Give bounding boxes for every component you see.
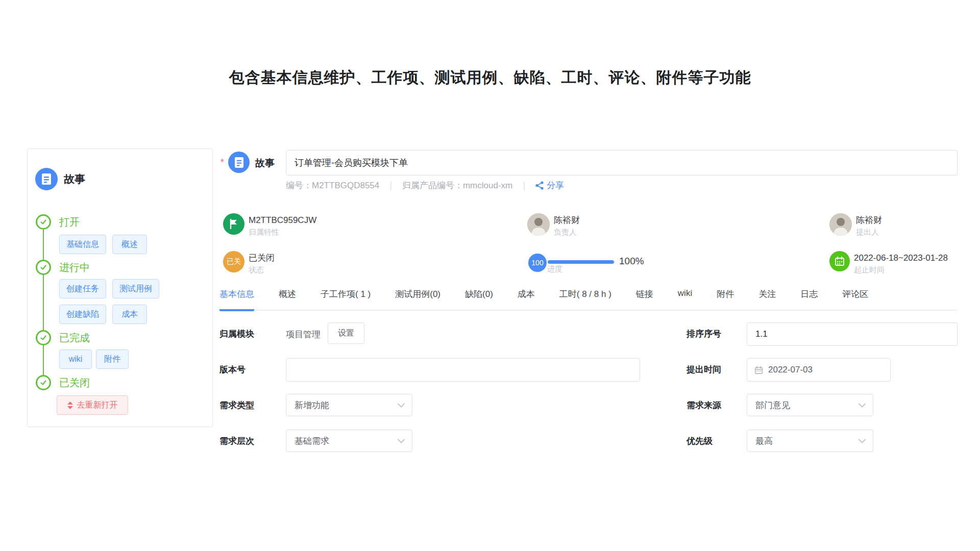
dates-value: 2022-06-18~2023-01-28: [854, 252, 948, 264]
status-cell: 已关 已关闭 状态: [223, 251, 275, 276]
req-source-select[interactable]: 部门意见: [747, 394, 873, 416]
reopen-button[interactable]: 去重新打开: [57, 395, 128, 415]
chevron-down-icon: [859, 403, 866, 408]
req-level-select[interactable]: 基础需求: [286, 430, 412, 452]
version-input[interactable]: [286, 358, 640, 382]
attachment-chip[interactable]: 附件: [96, 349, 129, 369]
check-circle-icon: [36, 330, 51, 345]
create-defect-chip[interactable]: 创建缺陷: [59, 305, 106, 324]
story-title-input[interactable]: [286, 150, 958, 176]
tab-logs[interactable]: 日志: [800, 288, 818, 311]
req-type-value: 新增功能: [295, 399, 329, 411]
meta-separator: ｜: [520, 180, 528, 191]
proposer-cell: 陈裕财 提出人: [829, 213, 882, 238]
product-code: 归属产品编号：mmcloud-xm: [402, 180, 512, 191]
story-code: 编号：M2TTBGQD8554: [286, 180, 379, 191]
tab-comments[interactable]: 评论区: [842, 288, 868, 311]
propose-time-label: 提出时间: [687, 364, 721, 375]
feature-cell: M2TTBC959CJW 归属特性: [223, 213, 316, 238]
page-title: 包含基本信息维护、工作项、测试用例、缺陷、工时、评论、附件等子功能: [0, 67, 980, 88]
sort-label: 排序序号: [687, 328, 721, 340]
version-label: 版本号: [219, 364, 246, 375]
progress-label: 进度: [547, 264, 562, 274]
module-settings-button[interactable]: 设置: [328, 322, 364, 344]
check-circle-icon: [36, 375, 51, 390]
cost-chip[interactable]: 成本: [112, 305, 147, 324]
reopen-button-label: 去重新打开: [77, 400, 118, 411]
tab-test-cases[interactable]: 测试用例(0): [395, 288, 440, 311]
feature-code: M2TTBC959CJW: [249, 214, 316, 227]
workflow-card-header: 故事: [35, 168, 85, 190]
tab-hours[interactable]: 工时( 8 / 8 h ): [559, 288, 611, 311]
feature-label: 归属特性: [249, 227, 316, 238]
module-label: 归属模块: [219, 328, 254, 340]
story-detail-page: 包含基本信息维护、工作项、测试用例、缺陷、工时、评论、附件等子功能 故事 打开 …: [0, 0, 980, 551]
req-level-label: 需求层次: [219, 435, 254, 447]
workflow-type-label: 故事: [64, 172, 85, 186]
sort-input[interactable]: [747, 322, 958, 346]
owner-avatar: [527, 213, 550, 236]
proposer-avatar: [829, 213, 852, 236]
req-type-select[interactable]: 新增功能: [286, 394, 412, 416]
test-case-chip[interactable]: 测试用例: [112, 279, 159, 298]
step-inprogress-label: 进行中: [59, 261, 90, 274]
dates-label: 起止时间: [854, 264, 948, 276]
story-meta-row: 编号：M2TTBGQD8554 ｜ 归属产品编号：mmcloud-xm ｜ 分享: [286, 180, 564, 191]
req-source-value: 部门意见: [755, 399, 790, 411]
overview-chip[interactable]: 概述: [112, 235, 147, 254]
progress-cell: 100 100%: [528, 254, 644, 272]
progress-percent: 100%: [619, 256, 644, 267]
chevron-down-icon: [398, 439, 405, 443]
check-circle-icon: [36, 260, 51, 275]
tab-sub-workitems[interactable]: 子工作项( 1 ): [321, 288, 371, 311]
tab-cost[interactable]: 成本: [518, 288, 535, 311]
status-value: 已关闭: [249, 252, 275, 264]
story-document-icon: [228, 152, 250, 173]
wiki-chip[interactable]: wiki: [59, 349, 92, 369]
proposer-name: 陈裕财: [856, 214, 882, 227]
step-closed-label: 已关闭: [59, 376, 90, 390]
calendar-icon: [829, 251, 850, 271]
flag-icon: [223, 213, 244, 235]
step-done-label: 已完成: [59, 331, 90, 345]
tab-overview[interactable]: 概述: [279, 288, 296, 311]
owner-label: 负责人: [554, 227, 580, 238]
calendar-icon: [754, 366, 763, 374]
tab-defects[interactable]: 缺陷(0): [465, 288, 493, 311]
share-icon: [535, 181, 544, 190]
status-badge: 已关: [223, 251, 244, 272]
priority-label: 优先级: [687, 435, 713, 447]
share-button[interactable]: 分享: [535, 180, 564, 191]
priority-select[interactable]: 最高: [747, 430, 873, 452]
chevron-down-icon: [859, 439, 866, 443]
dates-cell: 2022-06-18~2023-01-28 起止时间: [829, 251, 948, 276]
req-source-label: 需求来源: [687, 399, 721, 411]
sort-arrows-icon: [67, 402, 73, 409]
req-level-value: 基础需求: [295, 435, 329, 447]
share-label: 分享: [547, 180, 564, 191]
step-open-label: 打开: [59, 215, 80, 229]
propose-time-value: 2022-07-03: [768, 365, 813, 375]
owner-cell: 陈裕财 负责人: [527, 213, 580, 238]
proposer-label: 提出人: [856, 227, 882, 238]
progress-badge: 100: [528, 254, 547, 272]
progress-bar: [548, 260, 614, 264]
check-circle-icon: [36, 214, 51, 230]
tab-links[interactable]: 链接: [636, 288, 653, 311]
status-label: 状态: [249, 264, 275, 276]
module-value: 项目管理: [286, 329, 321, 340]
tab-wiki[interactable]: wiki: [678, 288, 692, 311]
basic-info-chip[interactable]: 基础信息: [59, 235, 106, 254]
tab-basic-info[interactable]: 基本信息: [219, 288, 254, 311]
req-type-label: 需求类型: [219, 399, 254, 411]
create-task-chip[interactable]: 创建任务: [59, 279, 106, 298]
tab-attachments[interactable]: 附件: [717, 288, 734, 311]
detail-tabs: 基本信息 概述 子工作项( 1 ) 测试用例(0) 缺陷(0) 成本 工时( 8…: [219, 288, 958, 311]
tab-watch[interactable]: 关注: [758, 288, 776, 311]
workflow-timeline: [43, 230, 44, 375]
owner-name: 陈裕财: [554, 214, 580, 227]
story-document-icon: [35, 168, 58, 190]
workflow-card: 故事 打开 基础信息 概述 进行中 创建任务 测试用例 创建缺陷 成本 已完成 …: [27, 148, 213, 427]
propose-time-input[interactable]: 2022-07-03: [747, 358, 891, 382]
chevron-down-icon: [398, 403, 405, 408]
